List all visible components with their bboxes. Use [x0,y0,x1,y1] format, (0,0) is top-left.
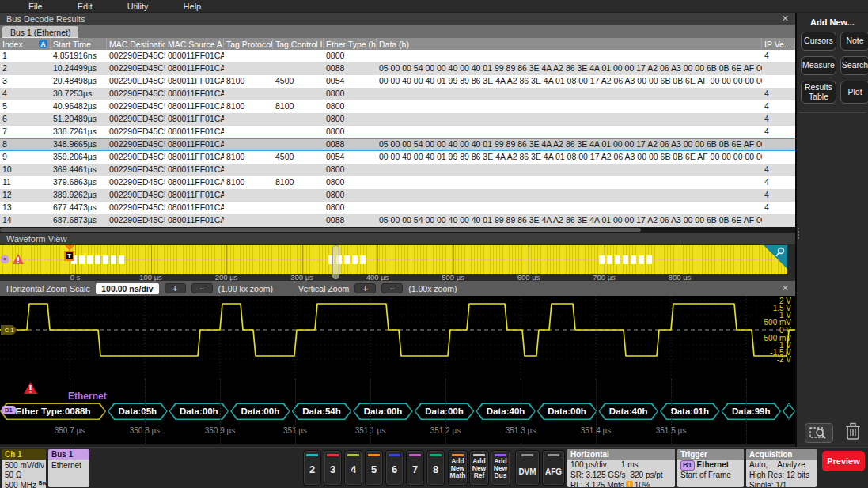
add-new-search-button[interactable]: Search [840,56,868,75]
trigger-marker[interactable]: T [64,245,75,261]
add-new-cursors-button[interactable]: Cursors [801,32,836,51]
channel-2-button[interactable]: 2 [303,450,321,486]
h-zoom-factor: (1.00 kx zoom) [218,284,273,293]
horizontal-line2: SR: 3.125 GS/s320 ps/pt [570,471,672,481]
horizontal-panel[interactable]: Horizontal 100 µs/div1 ms SR: 3.125 GS/s… [567,449,675,487]
cell-start-time: 338.7261µs [51,126,107,138]
add-new-measure-button[interactable]: Measure [801,56,836,75]
column-header[interactable]: Tag Control I... [273,38,324,50]
column-header[interactable]: IndexA [0,38,51,50]
cell-ether-type: 0800 [324,126,377,138]
cell-data: 05 00 00 54 00 00 40 00 40 01 99 89 86 3… [377,214,762,227]
decode-bus-badge[interactable]: B1 [2,406,16,414]
decode-box-label: Data:54h [302,407,341,416]
bus-decode-track: Ethernet B1 Ether Type:0088hData:05hData… [0,379,795,444]
zoom-select-button[interactable] [805,423,833,443]
column-header-label: Index [2,40,23,49]
column-header[interactable]: Ether Type (h) [324,38,377,50]
table-row[interactable]: 10369.4461µs002290ED45C5080011FF01CA0800… [0,164,795,176]
table-row[interactable]: 8348.9665µs002290ED45C5080011FF01CA00880… [0,138,795,151]
decode-box-inner: Data:00h [354,404,412,419]
table-row[interactable]: 9359.2064µs002290ED45C5080011FF01CA81004… [0,151,795,164]
cell-mac-dst: 002290ED45C5 [107,100,165,113]
splitter-handle[interactable] [798,228,799,239]
table-row[interactable]: 651.20489µs002290ED45C5080011FF01CA08004 [0,113,795,126]
table-row[interactable]: 320.48498µs002290ED45C5080011FF01CA81004… [0,75,795,88]
cell-start-time: 369.4461µs [51,164,107,176]
v-zoom-plus-button[interactable]: + [354,283,376,293]
column-header[interactable]: Start Time [51,38,107,50]
column-header[interactable]: MAC Destinatio... [107,38,165,50]
column-header[interactable]: Data (h) [377,38,762,50]
channel-4-button[interactable]: 4 [344,450,362,486]
menu-help[interactable]: Help [184,2,202,11]
column-header[interactable]: Tag Protocol ... [224,38,273,50]
channel-color-stripe [430,454,442,456]
horizontal-scrollbar[interactable] [0,227,795,233]
table-body: 14.851916ns002290ED45C5080011FF01CA08004… [0,50,795,227]
overview-time-label: 700 µs [593,273,616,281]
channel1-badge[interactable]: Ch 1 500 mV/div 50 Ω 500 MHz Bw [2,449,46,488]
tab-bus1-ethernet[interactable]: Bus 1 (Ethernet) [2,26,78,38]
column-header-label: MAC Destinatio... [109,40,165,49]
table-row[interactable]: 14.851916ns002290ED45C5080011FF01CA08004 [0,50,795,62]
voltage-label: -2 V [777,355,791,364]
channel-7-button[interactable]: 7 [406,450,424,486]
channel-8-button[interactable]: 8 [426,450,445,486]
overview-gridline [377,245,378,274]
column-header[interactable]: IP Ve... [762,38,795,50]
warning-icon [13,253,24,267]
channel-color-stripe [409,454,421,456]
scrollbar-thumb[interactable] [0,228,641,232]
zoom-window-slider[interactable] [332,245,339,279]
afg-button[interactable]: AFG [542,450,565,486]
cell-index: 3 [0,75,51,88]
preview-button[interactable]: Preview [822,451,865,471]
dvm-button[interactable]: DVM [515,450,540,486]
channel-6-button[interactable]: 6 [385,450,404,486]
acquisition-panel[interactable]: Acquisition Auto,Analyze High Res: 12 bi… [746,449,817,487]
channel-3-button[interactable]: 3 [324,450,342,486]
add-new-plot-button[interactable]: Plot [840,81,868,104]
menu-utility[interactable]: Utility [127,2,149,11]
trash-button[interactable] [844,422,862,444]
h-zoom-minus-button[interactable]: − [191,283,213,293]
menu-file[interactable]: File [28,2,43,11]
zoom-time-label: 350.8 µs [130,426,161,435]
column-header[interactable]: MAC Source A... [165,38,224,50]
table-row[interactable]: 13677.4473µs002290ED45C5080011FF01CA0800… [0,202,795,214]
channel-number: 7 [412,463,418,475]
add-new-math-button[interactable]: Add New Math [448,450,468,486]
table-row[interactable]: 540.96482µs002290ED45C5080011FF01CA81008… [0,100,795,113]
decode-box: Data:54h [292,403,352,420]
table-row[interactable]: 7338.7261µs002290ED45C5080011FF01CA08004 [0,126,795,138]
close-zoom-icon[interactable]: ✕ [782,284,789,293]
decode-box-inner: Data:05h [109,404,167,419]
cell-mac-src: 080011FF01CA [165,75,224,88]
cell-start-time: 389.9262µs [51,189,107,202]
trigger-panel[interactable]: Trigger B1Ethernet Start of Frame [677,449,744,487]
table-row[interactable]: 430.7253µs002290ED45C5080011FF01CA08004 [0,88,795,100]
trigger-line2: Start of Frame [680,471,741,481]
close-icon[interactable]: ✕ [782,14,789,23]
menu-edit[interactable]: Edit [78,2,93,11]
add-new-bus-button[interactable]: Add New Bus [491,450,510,486]
table-row[interactable]: 210.24499µs002290ED45C5080011FF01CA00880… [0,62,795,75]
table-row[interactable]: 11379.6863µs002290ED45C5080011FF01CA8100… [0,176,795,189]
add-new-results-table-button[interactable]: Results Table [801,81,836,104]
add-new-note-button[interactable]: Note [840,32,868,51]
overview-idle-segment [119,255,124,264]
table-row[interactable]: 14687.6873µs002290ED45C5080011FF01CA0088… [0,214,795,227]
h-zoom-plus-button[interactable]: + [165,283,186,293]
h-zoom-scale-input[interactable]: 100.00 ns/div [96,283,158,294]
zoom-time-label: 351.1 µs [355,426,386,435]
cell-tag-protocol: 8100 [224,176,273,189]
bus-marker-icon[interactable]: » [1,255,9,263]
add-new-ref-button[interactable]: Add New Ref [469,450,489,486]
cell-ether-type: 0088 [324,138,377,151]
channel-5-button[interactable]: 5 [365,450,383,486]
trigger-panel-body: B1Ethernet Start of Frame [677,460,744,482]
v-zoom-minus-button[interactable]: − [381,283,403,293]
bus1-badge[interactable]: Bus 1 Ethernet [48,449,89,487]
table-row[interactable]: 12389.9262µs002290ED45C5080011FF01CA0800… [0,189,795,202]
